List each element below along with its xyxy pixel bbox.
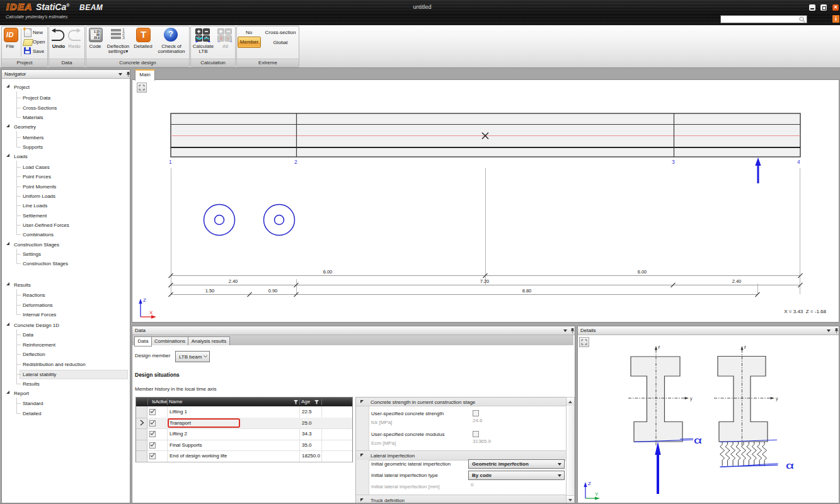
svg-text:α: α xyxy=(786,461,794,471)
svg-text:2: 2 xyxy=(294,159,297,165)
svg-text:2.40: 2.40 xyxy=(732,278,742,284)
svg-text:6.00: 6.00 xyxy=(638,269,647,275)
svg-text:6.00: 6.00 xyxy=(323,269,333,275)
svg-text:X: X xyxy=(149,310,153,316)
svg-text:8.80: 8.80 xyxy=(522,288,532,294)
svg-text:z: z xyxy=(744,345,747,349)
svg-text:Y: Y xyxy=(595,491,599,497)
svg-text:α: α xyxy=(694,435,702,445)
svg-text:y: y xyxy=(776,396,778,401)
svg-text:1.50: 1.50 xyxy=(205,288,215,294)
svg-text:7.20: 7.20 xyxy=(480,278,490,284)
svg-text:X = 3.43 Z = -1.68: X = 3.43 Z = -1.68 xyxy=(784,309,826,314)
svg-text:Z: Z xyxy=(143,297,146,303)
svg-text:0.90: 0.90 xyxy=(268,288,278,294)
svg-text:1: 1 xyxy=(169,159,172,165)
svg-text:z: z xyxy=(658,345,660,349)
svg-text:4: 4 xyxy=(797,159,800,165)
svg-text:2.40: 2.40 xyxy=(229,278,238,284)
svg-text:y: y xyxy=(690,396,693,401)
svg-text:3: 3 xyxy=(672,159,675,165)
svg-text:Z: Z xyxy=(588,481,591,486)
